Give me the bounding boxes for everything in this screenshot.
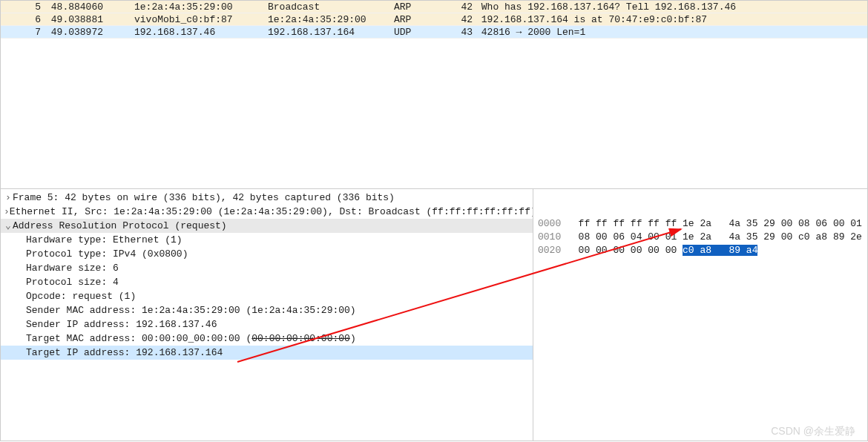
tree-field[interactable]: Opcode: request (1) xyxy=(1,289,533,303)
tree-frame[interactable]: › Frame 5: 42 bytes on wire (336 bits), … xyxy=(1,191,533,205)
watermark: CSDN @余生爱静 xyxy=(771,424,855,438)
hex-line[interactable]: 0000 ff ff ff ff ff ff 1e 2a 4a 35 29 00… xyxy=(538,217,863,231)
tree-field[interactable]: Sender IP address: 192.168.137.46 xyxy=(1,317,533,332)
tree-field[interactable]: Protocol size: 4 xyxy=(1,275,533,289)
packet-details-pane[interactable]: › Frame 5: 42 bytes on wire (336 bits), … xyxy=(1,189,533,441)
tree-arp[interactable]: ⌄ Address Resolution Protocol (request) xyxy=(1,219,533,233)
tree-field[interactable]: Hardware size: 6 xyxy=(1,261,533,275)
tree-eth-label: Ethernet II, Src: 1e:2a:4a:35:29:00 (1e:… xyxy=(10,205,533,219)
tree-eth[interactable]: › Ethernet II, Src: 1e:2a:4a:35:29:00 (1… xyxy=(1,205,533,219)
tree-field[interactable]: Protocol type: IPv4 (0x0800) xyxy=(1,247,533,261)
chevron-right-icon: › xyxy=(4,205,10,219)
hex-line[interactable]: 0020 00 00 00 00 00 00 c0 a8 89 a4 xyxy=(538,244,863,257)
packet-row[interactable]: 5 48.8840601e:2a:4a:35:29:00BroadcastARP… xyxy=(1,1,867,13)
tree-frame-label: Frame 5: 42 bytes on wire (336 bits), 42… xyxy=(13,191,395,205)
packet-row[interactable]: 7 49.038972192.168.137.46192.168.137.164… xyxy=(1,26,867,39)
tree-field[interactable]: Target IP address: 192.168.137.164 xyxy=(1,346,533,360)
hex-line[interactable]: 0010 08 00 06 04 00 01 1e 2a 4a 35 29 00… xyxy=(538,231,863,244)
tree-field[interactable]: Sender MAC address: 1e:2a:4a:35:29:00 (1… xyxy=(1,303,533,317)
packet-list-pane[interactable]: 5 48.8840601e:2a:4a:35:29:00BroadcastARP… xyxy=(0,0,868,189)
packet-row[interactable]: 6 49.038881vivoMobi_c0:bf:871e:2a:4a:35:… xyxy=(1,13,867,26)
chevron-right-icon: › xyxy=(4,191,13,205)
tree-arp-label: Address Resolution Protocol (request) xyxy=(13,219,227,233)
chevron-down-icon: ⌄ xyxy=(4,219,13,233)
tree-field[interactable]: Target MAC address: 00:00:00_00:00:00 (0… xyxy=(1,332,533,346)
packet-bytes-pane[interactable]: 0000 ff ff ff ff ff ff 1e 2a 4a 35 29 00… xyxy=(533,189,867,441)
tree-field[interactable]: Hardware type: Ethernet (1) xyxy=(1,233,533,247)
